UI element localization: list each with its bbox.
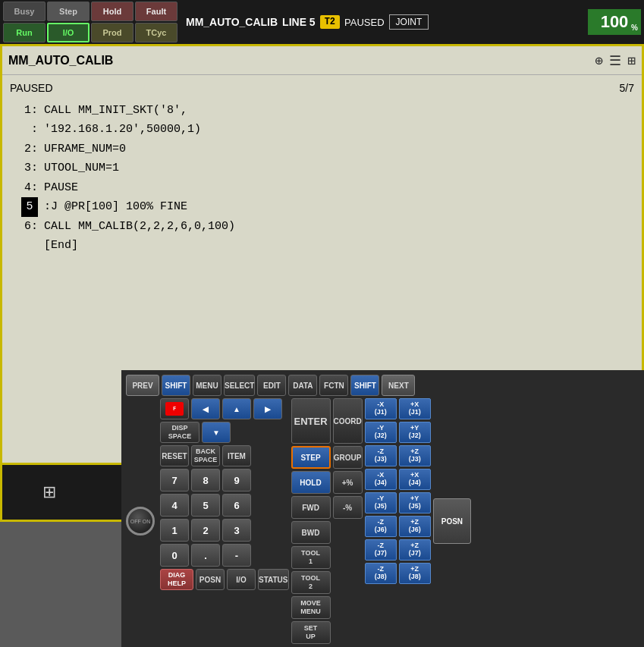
move-menu-btn[interactable]: MOVEMENU bbox=[291, 596, 331, 619]
arrow-left-btn[interactable]: ◀ bbox=[191, 398, 220, 419]
num-8-btn[interactable]: 8 bbox=[191, 469, 220, 492]
code-line-1: 1: CALL MM_INIT_SKT('8', bbox=[10, 101, 634, 121]
num-0-btn[interactable]: 0 bbox=[160, 544, 189, 567]
status-grid: Busy Step Hold Fault Run I/O Prod TCyc bbox=[3, 2, 177, 42]
io-kp-btn[interactable]: I/O bbox=[227, 569, 256, 590]
code-area: PAUSED 5/7 1: CALL MM_INIT_SKT('8', : '1… bbox=[2, 75, 642, 260]
posn-kp-btn[interactable]: POSN bbox=[196, 569, 225, 590]
minus-z-j6-btn[interactable]: -Z(J6) bbox=[365, 516, 397, 537]
plus-pct-btn[interactable]: +% bbox=[333, 471, 363, 494]
minus-x-j1-btn[interactable]: -X(J1) bbox=[365, 398, 397, 419]
split-icon[interactable]: ⊞ bbox=[627, 52, 636, 69]
zoom-icon[interactable]: ⊕ bbox=[595, 52, 603, 69]
back-space-btn[interactable]: BACKSPACE bbox=[191, 445, 220, 466]
minus-y-j2-btn[interactable]: -Y(J2) bbox=[365, 422, 397, 443]
step-btn-status[interactable]: Step bbox=[47, 2, 90, 21]
prev-btn[interactable]: PREV bbox=[126, 375, 159, 396]
step-hold-row: STEP bbox=[291, 446, 331, 469]
reset-btn[interactable]: RESET bbox=[160, 445, 189, 466]
fanuc-logo-btn[interactable]: F bbox=[160, 398, 189, 419]
arrow-right-btn[interactable]: ▶ bbox=[253, 398, 282, 419]
num-4-btn[interactable]: 4 bbox=[160, 494, 189, 517]
minus-z-j7-btn[interactable]: -Z(J7) bbox=[365, 539, 397, 561]
enter-btn[interactable]: ENTER bbox=[291, 398, 331, 444]
bwd-row: BWD bbox=[291, 521, 331, 544]
line-num-1: 1: bbox=[10, 101, 44, 121]
minus-z-j3-btn[interactable]: -Z(J3) bbox=[365, 445, 397, 466]
arrow-down-btn[interactable]: ▼ bbox=[202, 422, 231, 443]
code-line-6: 6: CALL MM_CALIB(2,2,2,6,0,100) bbox=[10, 217, 634, 237]
diag-help-btn[interactable]: DIAGHELP bbox=[160, 569, 193, 590]
tcyc-btn[interactable]: TCyc bbox=[135, 23, 177, 42]
nav-row1: F ◀ ▲ ▶ bbox=[160, 398, 289, 419]
next-btn[interactable]: NEXT bbox=[382, 375, 415, 396]
num-1-btn[interactable]: 1 bbox=[160, 519, 189, 542]
num-6-btn[interactable]: 6 bbox=[222, 494, 251, 517]
joint-badge: JOINT bbox=[389, 14, 429, 30]
tool1-btn[interactable]: TOOL1 bbox=[291, 546, 331, 569]
io-status-btn[interactable]: I/O bbox=[47, 23, 90, 42]
fwd-row: FWD bbox=[291, 496, 331, 519]
plus-y-j2-btn[interactable]: +Y(J2) bbox=[399, 422, 431, 443]
code-line-2: 2: UFRAME_NUM=0 bbox=[10, 140, 634, 159]
minus-pct-btn[interactable]: -% bbox=[333, 496, 363, 519]
shift-right-btn[interactable]: SHIFT bbox=[350, 375, 379, 396]
plus-z-j3-btn[interactable]: +Z(J3) bbox=[399, 445, 431, 466]
posn-main-btn[interactable]: POSN bbox=[433, 498, 471, 544]
bwd-btn[interactable]: BWD bbox=[291, 521, 331, 544]
fctn-btn[interactable]: FCTN bbox=[319, 375, 348, 396]
menu-icon[interactable]: ☰ bbox=[609, 52, 621, 69]
plus-x-j4-btn[interactable]: +X(J4) bbox=[399, 469, 431, 490]
j2-row: -Y(J2) +Y(J2) bbox=[365, 422, 431, 443]
offon-knob[interactable]: OFF ON bbox=[126, 507, 155, 536]
hold-kp-btn[interactable]: HOLD bbox=[291, 471, 331, 494]
group-btn[interactable]: GROUP bbox=[333, 446, 363, 469]
num-5-btn[interactable]: 5 bbox=[191, 494, 220, 517]
posn-far-right: POSN bbox=[433, 398, 471, 644]
plus-y-j5-btn[interactable]: +Y(J5) bbox=[399, 492, 431, 514]
plus-z-j6-btn[interactable]: +Z(J6) bbox=[399, 516, 431, 537]
dot-btn[interactable]: . bbox=[191, 544, 220, 567]
select-btn[interactable]: SELECT bbox=[224, 375, 255, 396]
screen-title: MM_AUTO_CALIB bbox=[8, 54, 113, 68]
shift-left-btn[interactable]: SHIFT bbox=[162, 375, 190, 396]
item-btn[interactable]: ITEM bbox=[222, 445, 251, 466]
arrow-up-btn[interactable]: ▲ bbox=[222, 398, 251, 419]
num-7-btn[interactable]: 7 bbox=[160, 469, 189, 492]
busy-btn[interactable]: Busy bbox=[3, 2, 46, 21]
minus-x-j4-btn[interactable]: -X(J4) bbox=[365, 469, 397, 490]
keypad-top-row: PREV SHIFT MENU SELECT EDIT DATA FCTN SH… bbox=[126, 375, 639, 396]
status-kp-btn[interactable]: STATUS bbox=[258, 569, 289, 590]
menu-btn[interactable]: MENU bbox=[193, 375, 221, 396]
j6-row: -Z(J6) +Z(J6) bbox=[365, 516, 431, 537]
num-3-btn[interactable]: 3 bbox=[222, 519, 251, 542]
minus-btn[interactable]: - bbox=[222, 544, 251, 567]
tool1-row: TOOL1 bbox=[291, 546, 331, 569]
line-content-5: :J @PR[100] 100% FINE bbox=[44, 197, 187, 217]
step-btn[interactable]: STEP bbox=[291, 446, 331, 469]
run-btn[interactable]: Run bbox=[3, 23, 46, 42]
fwd-btn[interactable]: FWD bbox=[291, 496, 331, 519]
line-content-1: CALL MM_INIT_SKT('8', bbox=[44, 101, 187, 121]
code-line-4: 4: PAUSE bbox=[10, 178, 634, 198]
minus-y-j5-btn[interactable]: -Y(J5) bbox=[365, 492, 397, 514]
minus-z-j8-btn[interactable]: -Z(J8) bbox=[365, 563, 397, 584]
num-9-btn[interactable]: 9 bbox=[222, 469, 251, 492]
fault-btn[interactable]: Fault bbox=[135, 2, 177, 21]
coord-btn[interactable]: COORD bbox=[333, 398, 363, 444]
plus-z-j7-btn[interactable]: +Z(J7) bbox=[399, 539, 431, 561]
toolbar-grid-btn[interactable]: ⊞ bbox=[19, 479, 80, 505]
disp-space-btn[interactable]: DISPSPACE bbox=[160, 422, 199, 443]
edit-btn[interactable]: EDIT bbox=[257, 375, 286, 396]
tool2-btn[interactable]: TOOL2 bbox=[291, 571, 331, 594]
plus-x-j1-btn[interactable]: +X(J1) bbox=[399, 398, 431, 419]
setup-btn[interactable]: SETUP bbox=[291, 621, 331, 644]
data-btn[interactable]: DATA bbox=[288, 375, 317, 396]
prod-btn[interactable]: Prod bbox=[91, 23, 134, 42]
code-line-5: 5 :J @PR[100] 100% FINE bbox=[10, 197, 634, 217]
hold-btn-status[interactable]: Hold bbox=[91, 2, 134, 21]
j4-row: -X(J4) +X(J4) bbox=[365, 469, 431, 490]
tool2-row: TOOL2 bbox=[291, 571, 331, 594]
plus-z-j8-btn[interactable]: +Z(J8) bbox=[399, 563, 431, 584]
num-2-btn[interactable]: 2 bbox=[191, 519, 220, 542]
